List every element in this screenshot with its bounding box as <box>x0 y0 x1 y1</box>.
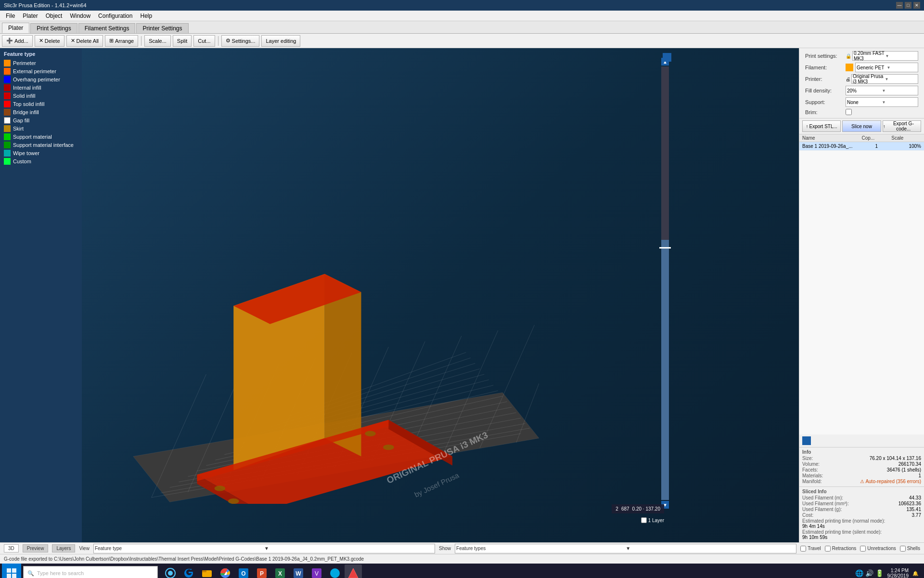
split-button[interactable]: Split <box>173 35 192 47</box>
tab-filament-settings[interactable]: Filament Settings <box>78 23 136 33</box>
svg-text:P: P <box>260 570 264 577</box>
tab-layers[interactable]: Layers <box>52 544 75 552</box>
view-dropdown[interactable]: Feature type ▼ <box>93 544 435 553</box>
tab-printer-settings[interactable]: Printer Settings <box>136 23 188 33</box>
tab-print-settings[interactable]: Print Settings <box>30 23 77 33</box>
menu-plater[interactable]: Plater <box>19 12 41 20</box>
svg-point-64 <box>330 568 340 578</box>
layer-editing-button[interactable]: Layer editing <box>261 35 300 47</box>
slice-now-button[interactable]: Slice now <box>842 120 881 132</box>
layer-range: 0.20 · 137.20 <box>632 506 660 512</box>
est-silent-label: Estimated printing time (silent mode): <box>802 529 921 535</box>
taskbar-file-explorer[interactable] <box>198 565 216 578</box>
feature-wipe-tower[interactable]: Wipe tower <box>4 150 78 157</box>
layer-num1: 2 <box>616 506 618 512</box>
show-dropdown[interactable]: Feature types ▼ <box>455 544 796 553</box>
battery-icon[interactable]: 🔋 <box>875 569 884 577</box>
feature-support-material-interface[interactable]: Support material interface <box>4 142 78 148</box>
window-controls: — □ ✕ <box>896 2 920 9</box>
scale-button[interactable]: Scale... <box>144 35 171 47</box>
taskbar-slic3r[interactable] <box>345 565 362 578</box>
object-scale: 100% <box>891 144 921 149</box>
brim-checkbox[interactable] <box>846 109 852 115</box>
cut-button[interactable]: Cut... <box>193 35 215 47</box>
taskbar-excel[interactable]: X <box>271 565 289 578</box>
maximize-button[interactable]: □ <box>905 2 911 9</box>
support-dropdown[interactable]: None ▼ <box>846 97 918 107</box>
menu-window[interactable]: Window <box>66 12 94 20</box>
export-stl-button[interactable]: ↑ Export STL... <box>802 120 841 132</box>
close-button[interactable]: ✕ <box>913 2 920 9</box>
taskbar-search[interactable]: 🔍 Type here to search <box>23 566 158 578</box>
retractions-checkbox[interactable] <box>825 546 831 552</box>
shells-checkbox-item[interactable]: Shells <box>900 546 920 552</box>
feature-skirt[interactable]: Skirt <box>4 125 78 132</box>
feature-bridge-infill[interactable]: Bridge infill <box>4 109 78 116</box>
taskbar-word[interactable]: W <box>290 565 307 578</box>
taskbar-app2[interactable] <box>326 565 344 578</box>
taskbar-powerpoint[interactable]: P <box>253 565 270 578</box>
feature-overhang-perimeter[interactable]: Overhang perimeter <box>4 76 78 83</box>
taskbar-chrome[interactable] <box>217 565 234 578</box>
feature-support-material[interactable]: Support material <box>4 133 78 140</box>
taskbar-cortana[interactable] <box>162 565 179 578</box>
feature-internal-infill[interactable]: Internal infill <box>4 84 78 91</box>
tab-plater[interactable]: Plater <box>2 23 29 33</box>
start-button[interactable] <box>2 564 21 578</box>
svg-text:O: O <box>241 570 245 577</box>
info-toggle-button[interactable] <box>802 436 811 445</box>
print-settings-dropdown[interactable]: 0.20mm FAST MK3 ▼ <box>852 51 918 61</box>
feature-gap-fill[interactable]: Gap fill <box>4 117 78 124</box>
fill-density-dropdown[interactable]: 20% ▼ <box>846 86 918 95</box>
tray-icons: 🌐 🔊 🔋 <box>855 569 884 577</box>
viewport[interactable]: ORIGINAL PRUSA i3 MK3 by Josef Prusa ▲ ▼… <box>82 48 799 542</box>
printer-dropdown[interactable]: Original Prusa i3 MK3 ▼ <box>851 74 918 84</box>
cost-value: 3.77 <box>912 512 921 518</box>
right-panel: Print settings: 🔒 0.20mm FAST MK3 ▼ Fila… <box>799 48 924 542</box>
travel-checkbox-item[interactable]: Travel <box>800 546 821 552</box>
wipe-tower-label: Wipe tower <box>13 150 39 156</box>
svg-point-35 <box>214 486 225 491</box>
tab-preview[interactable]: Preview <box>23 544 49 552</box>
tab-3d[interactable]: 3D <box>4 544 19 552</box>
layer-slider[interactable]: ▲ ▼ <box>661 58 669 509</box>
taskbar-edge[interactable] <box>180 565 197 578</box>
delete-all-button[interactable]: ✕Delete All <box>66 35 103 47</box>
retractions-checkbox-item[interactable]: Retractions <box>825 546 857 552</box>
filament-row: Filament: Generic PET ▼ <box>802 62 921 73</box>
feature-solid-infill[interactable]: Solid infill <box>4 92 78 99</box>
taskbar-app1[interactable]: V <box>308 565 325 578</box>
arrange-button[interactable]: ⊞Arrange <box>105 35 138 47</box>
feature-perimeter[interactable]: Perimeter <box>4 60 78 66</box>
delete-button[interactable]: ✕Delete <box>35 35 64 47</box>
menu-object[interactable]: Object <box>42 12 66 20</box>
filament-dropdown[interactable]: Generic PET ▼ <box>855 63 918 72</box>
feature-top-solid-infill[interactable]: Top solid infill <box>4 101 78 107</box>
shells-checkbox[interactable] <box>900 546 906 552</box>
volume-icon[interactable]: 🔊 <box>865 569 873 577</box>
layer-track[interactable] <box>661 66 669 500</box>
settings-button[interactable]: ⚙Settings... <box>221 35 260 47</box>
layer-num2: 687 <box>621 506 629 512</box>
notifications-icon[interactable]: 🔔 <box>912 571 918 576</box>
menu-file[interactable]: File <box>2 12 19 20</box>
minimize-button[interactable]: — <box>896 2 903 9</box>
right-panel-toggle[interactable] <box>663 53 671 62</box>
network-icon[interactable]: 🌐 <box>855 569 863 577</box>
menu-configuration[interactable]: Configuration <box>94 12 136 20</box>
layer-handle[interactable] <box>659 247 671 249</box>
unretractions-checkbox[interactable] <box>860 546 866 552</box>
object-row[interactable]: Base 1 2019-09-26a_... 1 100% <box>799 142 924 151</box>
layer-info-box: 2 687 0.20 · 137.20 <box>612 504 664 513</box>
unretractions-checkbox-item[interactable]: Unretractions <box>860 546 896 552</box>
menu-help[interactable]: Help <box>136 12 156 20</box>
export-gcode-button[interactable]: ↑ Export G-code... <box>883 120 921 132</box>
add-button[interactable]: ➕Add... <box>2 35 33 47</box>
clock[interactable]: 1:24 PM 9/28/2019 <box>887 568 909 578</box>
one-layer-checkbox[interactable] <box>641 517 647 523</box>
taskbar-outlook[interactable]: O <box>235 565 252 578</box>
travel-checkbox[interactable] <box>800 546 806 552</box>
feature-custom[interactable]: Custom <box>4 158 78 165</box>
cost-row: Cost: 3.77 <box>802 512 921 518</box>
feature-external-perimeter[interactable]: External perimeter <box>4 68 78 75</box>
